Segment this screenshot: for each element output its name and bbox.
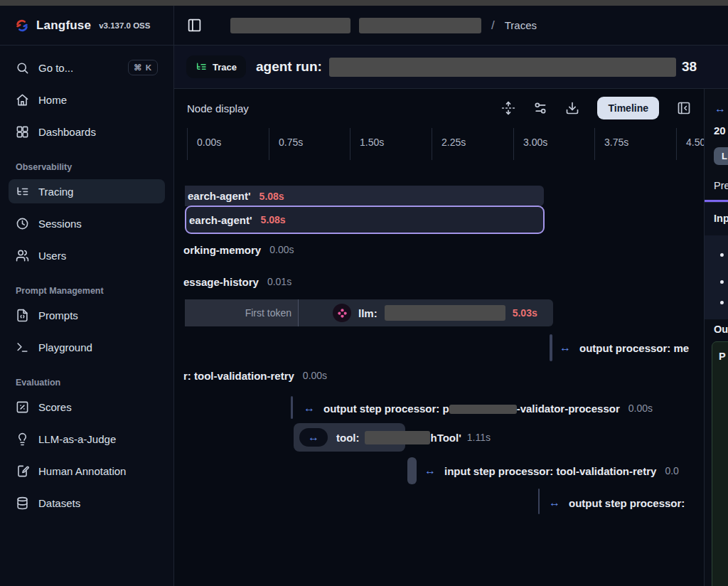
row-label: output step processor: p [323, 403, 449, 415]
sidebar-item-label: Users [38, 250, 66, 262]
timeline-row-working-memory[interactable]: orking-memory 0.00s [183, 240, 294, 259]
settings-sliders-icon[interactable] [533, 101, 547, 115]
detail-badge: L [714, 147, 728, 165]
sidebar-item-sessions[interactable]: Sessions [9, 211, 165, 235]
sidebar-item-dashboards[interactable]: Dashboards [9, 119, 165, 144]
timeline-row-input-step[interactable]: ↔ input step processor: tool-validation-… [424, 462, 679, 480]
trace-title: agent run: [256, 59, 322, 75]
brand-name: Langfuse [36, 18, 91, 33]
duration-tick [291, 396, 293, 419]
first-token-label: First token [245, 307, 291, 319]
row-duration: 0.00s [303, 370, 327, 381]
input-section: Inp [705, 202, 728, 319]
panel-left-icon[interactable] [187, 18, 202, 33]
llm-segment: llm: 5.03s [299, 299, 553, 326]
move-horizontal-icon: ↔ [714, 103, 726, 114]
bar-duration: 5.03s [513, 307, 537, 319]
bar-duration: 5.08s [261, 214, 286, 225]
sidebar-item-home[interactable]: Home [9, 87, 165, 112]
timeline-bar-agent-1[interactable]: earch-agent' 5.08s [185, 186, 544, 206]
sidebar-item-label: Sessions [38, 218, 82, 230]
row-label: output processor: me [579, 342, 689, 354]
axis-tick-label: 2.25s [432, 137, 466, 148]
redacted-tool-name [365, 431, 430, 444]
sidebar-item-label: Playground [38, 341, 92, 353]
timeline-bar-agent-2-selected[interactable]: earch-agent' 5.08s [185, 206, 545, 234]
time-axis: 0.00s 0.75s 1.50s 2.25s 3.00s 3.75s 4.50… [174, 128, 704, 160]
bullet [720, 253, 724, 257]
row-duration: 0.0 [665, 465, 678, 476]
sidebar-item-llm-judge[interactable]: LLM-as-a-Judge [9, 427, 165, 451]
timeline-row-tool-label: tool: hTool' 1.11s [336, 428, 491, 447]
timeline-view-button[interactable]: Timeline [597, 97, 659, 119]
goto-shortcut: ⌘ K [128, 60, 158, 75]
redacted-breadcrumb-trace [359, 18, 481, 33]
terminal-icon [16, 341, 29, 354]
input-section-label: Inp [714, 213, 728, 224]
row-label: input step processor: tool-validation-re… [444, 465, 656, 477]
move-horizontal-icon: ↔ [560, 342, 571, 353]
timeline-row-retry[interactable]: r: tool-validation-retry 0.00s [183, 366, 327, 385]
grid-icon [16, 125, 29, 139]
bar-duration: 5.08s [259, 191, 284, 202]
redacted-breadcrumb-project [230, 18, 350, 33]
axis-tick-label: 1.50s [350, 137, 384, 148]
duration-tick [538, 489, 540, 514]
row-duration: 0.00s [628, 403, 653, 414]
panel-collapse-icon[interactable] [677, 101, 691, 115]
trace-tree-icon [196, 61, 207, 73]
percent-square-icon [16, 400, 29, 414]
timeline-row-output-step-1[interactable]: ↔ output step processor: p-validator-pro… [304, 399, 653, 417]
node-display-panel: Node display Timeline 0.00s 0.75s 1.50s … [174, 89, 704, 586]
sidebar-item-playground[interactable]: Playground [9, 335, 165, 359]
sidebar-item-datasets[interactable]: Datasets [9, 491, 165, 515]
axis-tick-label: 3.75s [594, 137, 628, 148]
file-code-icon [16, 309, 29, 322]
sidebar-item-users[interactable]: Users [9, 243, 165, 267]
section-title-prompt-management: Prompt Management [9, 286, 165, 296]
sidebar-item-label: Human Annotation [38, 465, 126, 477]
sidebar-item-tracing[interactable]: Tracing [9, 179, 165, 203]
timeline-bar-llm[interactable]: First token llm: 5.03s [185, 299, 553, 326]
database-icon [16, 496, 29, 510]
timeline-row-output-processor[interactable]: ↔ output processor: me [560, 339, 689, 357]
tab-preview[interactable]: Pre [714, 180, 728, 191]
sidebar-item-prompts[interactable]: Prompts [9, 303, 165, 327]
timeline-row-output-step-2[interactable]: ↔ output step processor: [549, 494, 685, 512]
move-horizontal-icon: ↔ [308, 432, 319, 443]
breadcrumb-current: Traces [505, 19, 537, 31]
move-horizontal-icon: ↔ [549, 497, 560, 508]
timeline-canvas: earch-agent' 5.08s earch-agent' 5.08s or… [174, 160, 704, 586]
output-content-box: P [712, 341, 728, 586]
sidebar-item-human-annotation[interactable]: Human Annotation [9, 459, 165, 483]
lightbulb-icon [16, 432, 29, 446]
sidebar-item-scores[interactable]: Scores [9, 395, 165, 419]
window-top-strip [0, 0, 728, 6]
clipboard-pen-icon [16, 464, 29, 478]
generation-icon [333, 304, 351, 322]
sidebar-item-label: Tracing [38, 186, 73, 198]
download-icon[interactable] [565, 101, 579, 115]
section-title-observability: Observability [9, 162, 165, 172]
goto-search[interactable]: Go to... ⌘ K [9, 55, 165, 80]
trace-badge-label: Trace [213, 62, 237, 73]
output-section-label: Ou [714, 324, 728, 335]
langfuse-logo-icon [14, 18, 30, 33]
move-horizontal-icon: ↔ [304, 403, 315, 414]
trace-type-badge: Trace [186, 55, 246, 78]
tool-arrow-pill: ↔ [299, 428, 328, 447]
row-duration: 0.00s [269, 244, 294, 255]
move-horizontal-icon: ↔ [424, 465, 436, 476]
redacted-processor-name [449, 405, 517, 414]
row-label: tool: [336, 432, 359, 444]
output-pretty-label: P [719, 351, 726, 362]
sidebar-item-label: Prompts [38, 309, 78, 321]
input-content [705, 235, 728, 319]
home-icon [16, 93, 29, 107]
sidebar-item-label: LLM-as-a-Judge [38, 433, 116, 445]
brand-header: Langfuse v3.137.0 OSS [0, 6, 173, 46]
timeline-row-message-history[interactable]: essage-history 0.01s [183, 272, 291, 291]
unfold-vertical-icon[interactable] [501, 101, 515, 115]
timeline-bar-input-step[interactable] [407, 457, 417, 484]
users-icon [16, 249, 29, 262]
